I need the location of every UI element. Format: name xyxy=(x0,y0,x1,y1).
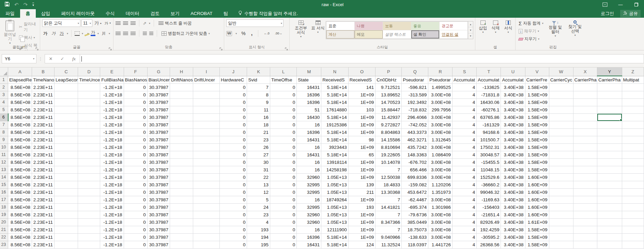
cell-K11[interactable]: 27 xyxy=(247,151,270,158)
cell-H18[interactable] xyxy=(170,203,193,211)
cell-V5[interactable]: 1.58E+09 xyxy=(525,106,549,113)
cell-B8[interactable]: 2.23E+11 xyxy=(32,128,55,136)
cell-J10[interactable]: 0 xyxy=(220,143,247,151)
cell-H2[interactable] xyxy=(170,83,193,91)
cell-F7[interactable]: 0 xyxy=(124,121,147,128)
cell-S3[interactable]: 4 xyxy=(453,91,477,98)
number-format-combo[interactable]: 일반▾ xyxy=(226,19,283,27)
cell-E20[interactable]: -1.2E+18 xyxy=(100,218,124,226)
cell-D8[interactable] xyxy=(78,128,100,136)
row-header-4[interactable]: 4 xyxy=(0,98,8,106)
cell-Y17[interactable] xyxy=(597,196,622,203)
cell-U19[interactable]: 3.40E+38 xyxy=(501,211,525,218)
cell-style-설명 텍스트[interactable]: 설명 텍스트 xyxy=(383,30,411,38)
cell-Q23[interactable]: 118.0397 xyxy=(402,241,428,248)
cell-E17[interactable]: -1.2E+18 xyxy=(100,196,124,203)
cell-A2[interactable]: 8.56E+08 xyxy=(8,83,32,91)
cell-L3[interactable]: 0 xyxy=(270,91,297,98)
cell-A6[interactable]: 8.56E+08 xyxy=(8,113,32,121)
column-header-F[interactable]: F xyxy=(124,67,147,76)
cell-V12[interactable]: 1.58E+09 xyxy=(525,158,549,166)
cell-E21[interactable]: -1.2E+18 xyxy=(100,226,124,233)
cell-A18[interactable]: 8.56E+08 xyxy=(8,203,32,211)
column-header-H[interactable]: H xyxy=(170,67,193,76)
cell-Z14[interactable] xyxy=(622,173,644,181)
comma-style-button[interactable]: , xyxy=(250,30,254,37)
cell-L4[interactable]: 0 xyxy=(270,98,297,106)
cell-U3[interactable]: 3.40E+38 xyxy=(501,91,525,98)
cell-M20[interactable]: 32960 xyxy=(297,218,321,226)
cell-S9[interactable]: 4 xyxy=(453,136,477,143)
cell-I18[interactable] xyxy=(193,203,219,211)
cell-T20[interactable]: 82926.49 xyxy=(477,218,501,226)
cell-Y20[interactable] xyxy=(597,218,622,226)
autosum-button[interactable]: Σ자동 합계▾ xyxy=(518,20,545,27)
row-header-6[interactable]: 6 xyxy=(0,113,8,121)
cell-Q20[interactable]: 385.0449 xyxy=(402,218,428,226)
cell-J13[interactable]: 0 xyxy=(220,166,247,173)
cell-V20[interactable]: 1.61E+09 xyxy=(525,218,549,226)
cell-Y9[interactable] xyxy=(597,136,622,143)
cell-M14[interactable]: 32960 xyxy=(297,173,321,181)
cell-Q13[interactable]: 656.466 xyxy=(402,166,428,173)
cell-K20[interactable]: 4 xyxy=(247,218,270,226)
column-header-T[interactable]: T xyxy=(477,67,501,76)
cell-R10[interactable]: 3.00E+08 xyxy=(428,143,453,151)
column-header-V[interactable]: V xyxy=(525,67,549,76)
cell-V22[interactable]: 1.58E+09 xyxy=(525,233,549,241)
row-header-21[interactable]: 21 xyxy=(0,226,8,233)
cell-B4[interactable]: 2.23E+11 xyxy=(32,98,55,106)
cell-X14[interactable] xyxy=(573,173,597,181)
cell-style-경고문[interactable]: 경고문 xyxy=(440,22,467,30)
cell-H6[interactable] xyxy=(170,113,193,121)
sign-in-link[interactable]: 로그인 xyxy=(601,11,614,17)
cell-C11[interactable] xyxy=(54,151,78,158)
cell-L15[interactable]: 0 xyxy=(270,181,297,188)
font-size-combo[interactable]: 11▾ xyxy=(81,19,92,27)
cell-T4[interactable]: 16430.06 xyxy=(477,98,501,106)
cell-V1[interactable]: CarrierFre xyxy=(525,76,549,83)
cell-K15[interactable]: 13 xyxy=(247,181,270,188)
cell-A10[interactable]: 8.56E+08 xyxy=(8,143,32,151)
ribbon-tab-수식[interactable]: 수식 xyxy=(100,9,120,18)
cell-R5[interactable]: 299.7956 xyxy=(428,106,453,113)
row-header-16[interactable]: 16 xyxy=(0,188,8,196)
cell-C22[interactable] xyxy=(54,233,78,241)
cell-H13[interactable] xyxy=(170,166,193,173)
name-box[interactable]: Y6▾ xyxy=(2,54,36,63)
cell-J22[interactable]: 0 xyxy=(220,233,247,241)
cell-L5[interactable]: 0 xyxy=(270,106,297,113)
cell-Z11[interactable] xyxy=(622,151,644,158)
cell-O23[interactable]: 124 xyxy=(348,241,375,248)
column-header-M[interactable]: M xyxy=(297,67,321,76)
cell-Z23[interactable] xyxy=(622,241,644,248)
cell-O5[interactable]: 103 xyxy=(348,106,375,113)
cell-G20[interactable]: 30.37987 xyxy=(147,218,170,226)
cell-C12[interactable] xyxy=(54,158,78,166)
cell-P12[interactable]: 10.14078 xyxy=(375,158,402,166)
cell-C17[interactable] xyxy=(54,196,78,203)
cell-C21[interactable] xyxy=(54,226,78,233)
cell-S12[interactable]: 4 xyxy=(453,158,477,166)
cell-style-메모[interactable]: 메모 xyxy=(355,30,383,38)
cell-N19[interactable]: 1.05E+13 xyxy=(321,211,349,218)
row-header-23[interactable]: 23 xyxy=(0,241,8,248)
row-header-5[interactable]: 5 xyxy=(0,106,8,113)
cell-L17[interactable]: 0 xyxy=(270,196,297,203)
cell-O22[interactable]: 1E+09 xyxy=(348,233,375,241)
cell-H1[interactable]: DriftNanos xyxy=(170,76,193,83)
cell-M21[interactable]: 16 xyxy=(297,226,321,233)
clipboard-dialog-launcher-icon[interactable] xyxy=(35,46,39,49)
cell-Z4[interactable] xyxy=(622,98,644,106)
ribbon-tab-페이지 레이아웃[interactable]: 페이지 레이아웃 xyxy=(56,9,100,18)
column-header-K[interactable]: K xyxy=(247,67,270,76)
cell-Z21[interactable] xyxy=(622,226,644,233)
cell-X13[interactable] xyxy=(573,166,597,173)
cell-S16[interactable]: 4 xyxy=(453,188,477,196)
clear-button[interactable]: 지우기▾ xyxy=(518,35,545,43)
cell-P7[interactable]: 9.272827 xyxy=(375,121,402,128)
cancel-icon[interactable]: ✕ xyxy=(45,56,57,61)
cell-W21[interactable] xyxy=(549,226,573,233)
ribbon-tab-파일[interactable]: 파일 xyxy=(0,9,20,18)
cell-R9[interactable]: 1.312645 xyxy=(428,136,453,143)
